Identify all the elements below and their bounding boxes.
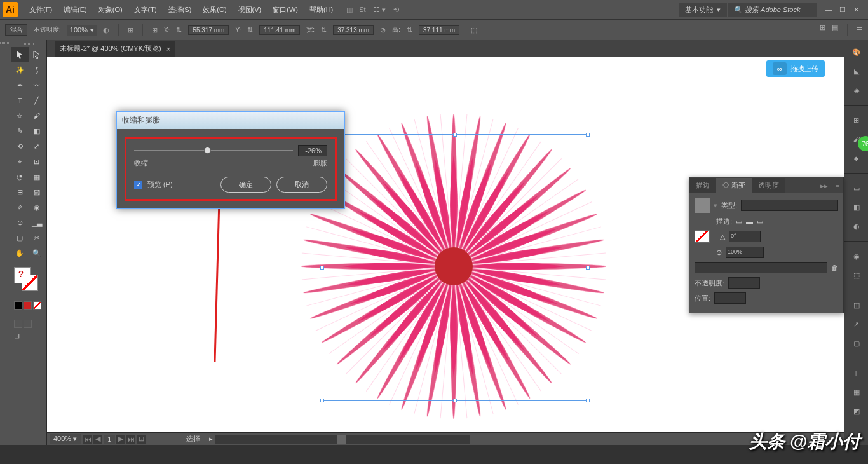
menu-view[interactable]: 视图(V) xyxy=(233,3,267,17)
asset-export-icon[interactable]: ↗ xyxy=(848,317,865,331)
cancel-button[interactable]: 取消 xyxy=(276,177,327,193)
color-panel-icon[interactable]: 🎨 xyxy=(848,45,865,59)
x-input[interactable]: 55.317 mm xyxy=(188,25,229,35)
magic-wand-tool[interactable]: ✨ xyxy=(11,62,29,78)
direct-select-tool[interactable] xyxy=(29,47,46,62)
handle-mr[interactable] xyxy=(586,266,590,270)
zoom-dropdown[interactable]: 400% ▾ xyxy=(50,434,81,444)
nav-prev[interactable]: ◀ xyxy=(93,435,102,444)
handle-tm[interactable] xyxy=(453,133,457,137)
artboards-icon[interactable]: ▢ xyxy=(848,336,865,350)
swatches-icon[interactable]: ⊞ xyxy=(848,113,865,127)
color-guide-icon[interactable]: ◣ xyxy=(848,64,865,78)
menu-type[interactable]: 文字(T) xyxy=(129,3,162,17)
panel-menu-icon[interactable]: ≡ xyxy=(832,180,843,193)
rectangle-tool[interactable]: ☆ xyxy=(11,108,29,123)
gradient-panel-icon[interactable]: ◧ xyxy=(848,200,865,214)
align-icon[interactable]: ⫴ xyxy=(848,366,865,380)
minimize-button[interactable]: — xyxy=(825,6,832,14)
graphic-styles-icon[interactable]: ⬚ xyxy=(848,268,865,282)
isolate-icon[interactable]: ⊞ xyxy=(820,24,825,36)
gradient-none-swatch[interactable] xyxy=(695,230,710,243)
nav-next[interactable]: ▶ xyxy=(116,435,125,444)
align-pixel-icon[interactable]: ⊞ xyxy=(128,26,133,34)
panel-collapse-icon[interactable]: ▸▸ xyxy=(817,179,832,193)
stroke-swatch[interactable] xyxy=(22,275,38,291)
hand-tool[interactable]: ✋ xyxy=(11,245,29,261)
stock-icon[interactable]: St xyxy=(359,6,365,13)
gradient-ramp[interactable] xyxy=(695,262,827,273)
appearance-icon[interactable]: ◉ xyxy=(848,249,865,263)
arrange-icon[interactable]: ☷ ▾ xyxy=(374,6,386,14)
stroke-panel-icon[interactable]: ▭ xyxy=(848,181,865,195)
gpu-icon[interactable]: ⟲ xyxy=(393,6,399,14)
eyedropper-tool[interactable]: ✐ xyxy=(11,200,29,215)
rotate-tool[interactable]: ⟲ xyxy=(11,139,29,154)
brush-tool[interactable]: 🖌 xyxy=(29,108,46,123)
menu-object[interactable]: 对象(O) xyxy=(93,3,128,17)
slider-thumb[interactable] xyxy=(204,147,211,154)
ok-button[interactable]: 确定 xyxy=(220,177,271,193)
notification-badge[interactable]: 76 xyxy=(858,136,868,151)
menu-file[interactable]: 文件(F) xyxy=(24,3,57,17)
tab-close-icon[interactable]: × xyxy=(166,45,170,53)
menu-help[interactable]: 帮助(H) xyxy=(304,3,338,17)
menu-window[interactable]: 窗口(W) xyxy=(268,3,303,17)
screen-normal[interactable] xyxy=(14,320,22,328)
maximize-button[interactable]: ☐ xyxy=(839,6,846,14)
link-wh-icon[interactable]: ⊘ xyxy=(380,26,386,34)
stroke-opt-2[interactable]: ▬ xyxy=(746,218,753,226)
amount-slider[interactable] xyxy=(134,150,293,151)
free-transform-tool[interactable]: ⊡ xyxy=(29,154,46,169)
properties-icon[interactable]: ◈ xyxy=(848,83,865,97)
style-icon[interactable]: ◐ xyxy=(103,26,109,34)
shape-builder-tool[interactable]: ◔ xyxy=(11,169,29,184)
close-button[interactable]: ✕ xyxy=(853,6,859,14)
curvature-tool[interactable]: 〰 xyxy=(29,78,46,93)
transform-panel-icon[interactable]: ▦ xyxy=(848,385,865,399)
blend-tool[interactable]: ◉ xyxy=(29,200,46,215)
opacity-input[interactable]: 100%▾ xyxy=(67,25,97,36)
stroke-opt-3[interactable]: ▭ xyxy=(757,217,763,226)
width-tool[interactable]: ⌖ xyxy=(11,154,29,169)
search-input[interactable]: 🔍搜索 Adobe Stock xyxy=(728,3,817,17)
transform-icon[interactable]: ⊞ xyxy=(152,26,158,34)
workspace-switcher[interactable]: 基本功能▾ xyxy=(679,3,727,17)
tab-transparency[interactable]: 透明度 xyxy=(752,178,785,193)
line-tool[interactable]: ╱ xyxy=(29,93,46,108)
symbols-icon[interactable]: ♣ xyxy=(848,151,865,165)
shear-icon[interactable]: ⬚ xyxy=(471,26,477,34)
graph-tool[interactable]: ▁▃ xyxy=(29,215,46,230)
upload-button[interactable]: ∞ 拖拽上传 xyxy=(766,60,825,77)
edit-icon[interactable]: ▤ xyxy=(832,24,838,36)
swatch-none[interactable] xyxy=(33,301,41,310)
pen-tool[interactable]: ✒ xyxy=(11,78,29,93)
artboard-tool[interactable]: ▢ xyxy=(11,230,29,245)
mesh-tool[interactable]: ⊞ xyxy=(11,184,29,200)
h-scrollbar[interactable] xyxy=(215,435,470,444)
bridge-icon[interactable]: ▥ xyxy=(346,6,353,14)
page-input[interactable]: 1 xyxy=(104,435,115,444)
slice-tool[interactable]: ✂ xyxy=(29,230,46,245)
w-input[interactable]: 37.313 mm xyxy=(333,25,374,35)
gradient-tool[interactable]: ▨ xyxy=(29,184,46,200)
zoom-tool[interactable]: 🔍 xyxy=(29,245,46,261)
menu-edit[interactable]: 编辑(E) xyxy=(58,3,92,17)
perspective-tool[interactable]: ▦ xyxy=(29,169,46,184)
nav-artboards[interactable]: ⊡ xyxy=(137,435,146,444)
selection-tool[interactable] xyxy=(11,47,29,62)
handle-br[interactable] xyxy=(586,399,590,402)
screen-mode[interactable]: ⊡ xyxy=(14,332,43,340)
prefs-icon[interactable]: ☰ xyxy=(857,24,863,36)
link-icon[interactable]: ⇅ xyxy=(176,26,182,34)
swatch-black[interactable] xyxy=(14,301,22,310)
lasso-tool[interactable]: ⟆ xyxy=(29,62,46,78)
layers-icon[interactable]: ◫ xyxy=(848,298,865,312)
transparency-panel-icon[interactable]: ◐ xyxy=(848,219,865,233)
y-input[interactable]: 111.41 mm xyxy=(259,25,300,35)
eraser-tool[interactable]: ◧ xyxy=(29,123,46,139)
delete-stop-icon[interactable]: 🗑 xyxy=(831,264,838,271)
aspect-input[interactable]: 100% xyxy=(726,247,764,258)
handle-bl[interactable] xyxy=(320,399,324,402)
tab-stroke[interactable]: 描边 xyxy=(689,178,716,193)
